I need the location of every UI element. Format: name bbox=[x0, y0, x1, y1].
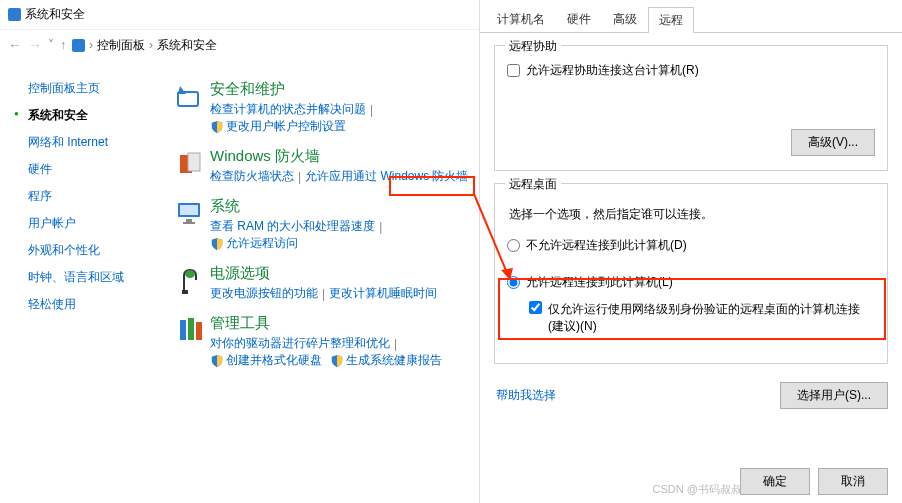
category-row: 安全和维护检查计算机的状态并解决问题|更改用户帐户控制设置 bbox=[170, 80, 471, 135]
category-link[interactable]: 对你的驱动器进行碎片整理和优化 bbox=[210, 335, 390, 352]
checkbox-label: 仅允许运行使用网络级别身份验证的远程桌面的计算机连接(建议)(N) bbox=[548, 301, 871, 335]
breadcrumb-root[interactable]: 控制面板 bbox=[97, 37, 145, 54]
nla-checkbox[interactable]: 仅允许运行使用网络级别身份验证的远程桌面的计算机连接(建议)(N) bbox=[529, 301, 871, 335]
security-icon bbox=[8, 8, 21, 21]
category-title[interactable]: 系统 bbox=[210, 197, 471, 216]
tab[interactable]: 计算机名 bbox=[486, 6, 556, 32]
radio-label: 允许远程连接到此计算机(L) bbox=[526, 274, 673, 291]
control-panel-window: 系统和安全 ← → ˅ ↑ › 控制面板 › 系统和安全 控制面板主页系统和安全… bbox=[0, 0, 480, 503]
category-row: 系统查看 RAM 的大小和处理器速度|允许远程访问 bbox=[170, 197, 471, 252]
breadcrumb-current[interactable]: 系统和安全 bbox=[157, 37, 217, 54]
sidebar-item[interactable]: 程序 bbox=[28, 188, 170, 205]
svg-rect-11 bbox=[196, 322, 202, 340]
category-link[interactable]: 允许应用通过 Windows 防火墙 bbox=[305, 168, 468, 185]
svg-rect-5 bbox=[186, 219, 192, 222]
radio-allow[interactable]: 允许远程连接到此计算机(L) bbox=[507, 274, 871, 291]
breadcrumb[interactable]: › 控制面板 › 系统和安全 bbox=[72, 37, 217, 54]
category-icon bbox=[170, 314, 210, 348]
up-arrow-button[interactable]: ↑ bbox=[60, 38, 66, 52]
radio-input[interactable] bbox=[507, 276, 520, 289]
category-title[interactable]: 电源选项 bbox=[210, 264, 471, 283]
svg-rect-8 bbox=[182, 290, 188, 294]
svg-rect-9 bbox=[180, 320, 186, 340]
tab[interactable]: 远程 bbox=[648, 7, 694, 33]
group-title: 远程桌面 bbox=[505, 176, 561, 193]
category-link[interactable]: 生成系统健康报告 bbox=[330, 352, 442, 369]
group-title: 远程协助 bbox=[505, 38, 561, 55]
svg-point-7 bbox=[185, 270, 195, 278]
sidebar-item[interactable]: 硬件 bbox=[28, 161, 170, 178]
svg-rect-10 bbox=[188, 318, 194, 340]
svg-rect-2 bbox=[188, 153, 200, 171]
category-link[interactable]: 更改计算机睡眠时间 bbox=[329, 285, 437, 302]
radio-label: 不允许远程连接到此计算机(D) bbox=[526, 237, 687, 254]
category-link[interactable]: 查看 RAM 的大小和处理器速度 bbox=[210, 218, 375, 235]
window-title: 系统和安全 bbox=[25, 6, 85, 23]
nav-bar: ← → ˅ ↑ › 控制面板 › 系统和安全 bbox=[0, 30, 479, 60]
sidebar-item[interactable]: 网络和 Internet bbox=[28, 134, 170, 151]
sidebar: 控制面板主页系统和安全网络和 Internet硬件程序用户帐户外观和个性化时钟、… bbox=[0, 80, 170, 381]
category-title[interactable]: 管理工具 bbox=[210, 314, 471, 333]
tab[interactable]: 高级 bbox=[602, 6, 648, 32]
separator: | bbox=[370, 103, 373, 117]
sidebar-item[interactable]: 轻松使用 bbox=[28, 296, 170, 313]
category-link[interactable]: 检查计算机的状态并解决问题 bbox=[210, 101, 366, 118]
help-link[interactable]: 帮助我选择 bbox=[496, 387, 556, 404]
separator: | bbox=[322, 287, 325, 301]
checkbox-input[interactable] bbox=[529, 301, 542, 314]
sidebar-item[interactable]: 时钟、语言和区域 bbox=[28, 269, 170, 286]
category-link[interactable]: 创建并格式化硬盘 bbox=[210, 352, 322, 369]
category-title[interactable]: 安全和维护 bbox=[210, 80, 471, 99]
category-icon bbox=[170, 197, 210, 231]
advanced-button[interactable]: 高级(V)... bbox=[791, 129, 875, 156]
tab-strip: 计算机名硬件高级远程 bbox=[480, 0, 902, 33]
category-icon bbox=[170, 80, 210, 114]
svg-rect-4 bbox=[180, 205, 198, 215]
category-icon bbox=[170, 264, 210, 298]
category-link[interactable]: 更改电源按钮的功能 bbox=[210, 285, 318, 302]
category-title[interactable]: Windows 防火墙 bbox=[210, 147, 471, 166]
separator: | bbox=[298, 170, 301, 184]
category-row: 管理工具对你的驱动器进行碎片整理和优化|创建并格式化硬盘生成系统健康报告 bbox=[170, 314, 471, 369]
sidebar-item[interactable]: 用户帐户 bbox=[28, 215, 170, 232]
radio-input[interactable] bbox=[507, 239, 520, 252]
cancel-button[interactable]: 取消 bbox=[818, 468, 888, 495]
main-categories: 安全和维护检查计算机的状态并解决问题|更改用户帐户控制设置Windows 防火墙… bbox=[170, 80, 479, 381]
svg-rect-0 bbox=[178, 92, 198, 106]
sidebar-item[interactable]: 外观和个性化 bbox=[28, 242, 170, 259]
category-link[interactable]: 更改用户帐户控制设置 bbox=[210, 118, 346, 135]
remote-assistance-group: 远程协助 允许远程协助连接这台计算机(R) 高级(V)... bbox=[494, 45, 888, 171]
back-button[interactable]: ← bbox=[8, 37, 22, 53]
remote-desktop-group: 远程桌面 选择一个选项，然后指定谁可以连接。 不允许远程连接到此计算机(D) 允… bbox=[494, 183, 888, 364]
window-titlebar: 系统和安全 bbox=[0, 0, 479, 30]
svg-rect-6 bbox=[183, 222, 195, 224]
checkbox-label: 允许远程协助连接这台计算机(R) bbox=[526, 62, 699, 79]
category-icon bbox=[170, 147, 210, 181]
select-users-button[interactable]: 选择用户(S)... bbox=[780, 382, 888, 409]
breadcrumb-icon bbox=[72, 39, 85, 52]
category-link[interactable]: 允许远程访问 bbox=[210, 235, 298, 252]
dialog-footer: 确定 取消 bbox=[740, 468, 888, 495]
checkbox-input[interactable] bbox=[507, 64, 520, 77]
system-properties-dialog: 计算机名硬件高级远程 远程协助 允许远程协助连接这台计算机(R) 高级(V)..… bbox=[480, 0, 902, 503]
watermark: CSDN @书码叔叔 bbox=[653, 482, 742, 497]
sidebar-item[interactable]: 系统和安全 bbox=[28, 107, 170, 124]
category-row: 电源选项更改电源按钮的功能|更改计算机睡眠时间 bbox=[170, 264, 471, 302]
separator: | bbox=[379, 220, 382, 234]
tab[interactable]: 硬件 bbox=[556, 6, 602, 32]
separator: | bbox=[394, 337, 397, 351]
radio-disallow[interactable]: 不允许远程连接到此计算机(D) bbox=[507, 237, 875, 254]
up-button[interactable]: ˅ bbox=[48, 38, 54, 52]
ok-button[interactable]: 确定 bbox=[740, 468, 810, 495]
group-description: 选择一个选项，然后指定谁可以连接。 bbox=[509, 206, 875, 223]
allow-remote-assistance-checkbox[interactable]: 允许远程协助连接这台计算机(R) bbox=[507, 62, 875, 79]
category-row: Windows 防火墙检查防火墙状态|允许应用通过 Windows 防火墙 bbox=[170, 147, 471, 185]
category-link[interactable]: 检查防火墙状态 bbox=[210, 168, 294, 185]
sidebar-item[interactable]: 控制面板主页 bbox=[28, 80, 170, 97]
forward-button: → bbox=[28, 37, 42, 53]
